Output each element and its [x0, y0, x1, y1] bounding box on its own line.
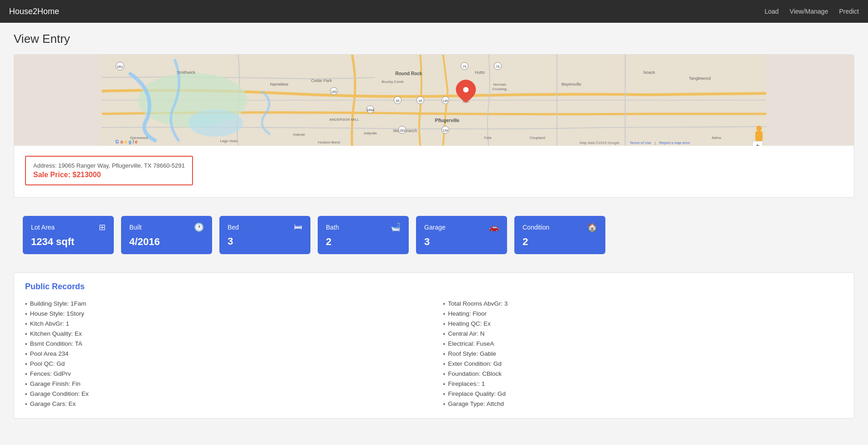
stat-label-built: Built [129, 224, 142, 231]
stat-header-built: Built 🕐 [129, 222, 204, 232]
bullet-icon: • [443, 341, 446, 348]
stat-header-lot-area: Lot Area ⊞ [31, 222, 106, 232]
svg-text:l: l [133, 139, 134, 144]
bullet-icon: • [443, 381, 446, 388]
list-item: •Garage Type: Attchd [443, 399, 843, 409]
bullet-icon: • [443, 371, 446, 378]
svg-text:Crossing: Crossing [492, 87, 507, 91]
main-card: Smithwick Nameless Cedar Park Brushy Cre… [14, 54, 854, 198]
stat-value-bath: 2 [326, 236, 401, 248]
svg-text:Round Rock: Round Rock [396, 71, 422, 76]
map-container[interactable]: Smithwick Nameless Cedar Park Brushy Cre… [14, 55, 854, 146]
address-wrapper: Address: 19065 Ranger Way, Pflugerville,… [14, 146, 854, 197]
list-item: •Garage Cars: Ex [25, 399, 425, 409]
svg-text:Lago Vista: Lago Vista [220, 139, 238, 143]
stat-card-bed: Bed 🛏 3 [219, 216, 310, 254]
list-item: •Exter Condition: Gd [443, 359, 843, 369]
svg-text:Brushy Creek: Brushy Creek [382, 80, 404, 84]
svg-text:G: G [116, 139, 119, 144]
stat-card-bath: Bath 🛁 2 [318, 216, 409, 254]
bullet-icon: • [443, 311, 446, 317]
nav-view-manage[interactable]: View/Manage [790, 8, 828, 15]
list-item: •Pool Area 234 [25, 349, 425, 359]
bullet-icon: • [443, 301, 446, 307]
nav-load[interactable]: Load [765, 8, 779, 15]
list-item: •House Style: 1Story [25, 309, 425, 319]
svg-text:|: | [655, 141, 656, 145]
svg-text:ANDERSON MILL: ANDERSON MILL [330, 118, 360, 122]
bullet-icon: • [25, 341, 27, 348]
list-item: •Fireplaces:: 1 [443, 379, 843, 389]
svg-text:183: 183 [400, 129, 405, 132]
svg-text:130: 130 [443, 129, 448, 132]
stat-value-condition: 2 [523, 236, 597, 248]
brand-logo: House2Home [9, 7, 59, 16]
navbar: House2Home Load View/Manage Predict [0, 0, 868, 23]
svg-text:g: g [129, 139, 132, 144]
built-icon: 🕐 [194, 222, 204, 232]
svg-text:281: 281 [117, 65, 123, 69]
bullet-icon: • [25, 401, 27, 408]
svg-text:75: 75 [463, 65, 467, 68]
records-right-column: •Total Rooms AbvGr: 3 •Heating: Floor •H… [443, 299, 843, 409]
bullet-icon: • [25, 351, 27, 358]
svg-text:Smithwick: Smithwick [177, 70, 196, 75]
svg-text:Noack: Noack [644, 70, 655, 75]
bullet-icon: • [25, 371, 27, 378]
list-item: •Bsmt Condition: TA [25, 339, 425, 349]
address-text: Address: 19065 Ranger Way, Pflugerville,… [33, 162, 185, 169]
svg-text:Report a map error: Report a map error [660, 141, 690, 145]
svg-text:Terms of Use: Terms of Use [630, 141, 652, 145]
list-item: •Pool QC: Gd [25, 359, 425, 369]
svg-text:Volente: Volente [293, 133, 305, 137]
nav-predict[interactable]: Predict [839, 8, 859, 15]
svg-text:79: 79 [496, 65, 500, 68]
list-item: •Electrical: FuseA [443, 339, 843, 349]
stat-header-condition: Condition 🏠 [523, 222, 597, 232]
svg-point-48 [756, 126, 762, 131]
svg-text:Map data ©2019 Google: Map data ©2019 Google [580, 141, 620, 145]
bullet-icon: • [443, 401, 446, 408]
bullet-icon: • [25, 331, 27, 338]
bullet-icon: • [25, 391, 27, 398]
list-item: •Fireplace Quality: Gd [443, 389, 843, 399]
bullet-icon: • [443, 351, 446, 358]
stat-card-condition: Condition 🏠 2 [514, 216, 605, 254]
list-item: •Kitchen Quality: Ex [25, 329, 425, 339]
bed-icon: 🛏 [294, 222, 302, 232]
bullet-icon: • [25, 301, 27, 307]
list-item: •Total Rooms AbvGr: 3 [443, 299, 843, 309]
bullet-icon: • [25, 381, 27, 388]
public-records-card: Public Records •Building Style: 1Fam •Ho… [14, 272, 854, 419]
stat-label-bed: Bed [228, 224, 239, 231]
stat-header-bed: Bed 🛏 [228, 222, 302, 232]
list-item: •Central Air: N [443, 329, 843, 339]
svg-rect-47 [756, 131, 763, 141]
bullet-icon: • [443, 391, 446, 398]
svg-text:e: e [135, 139, 138, 144]
svg-text:45: 45 [419, 99, 422, 102]
svg-text:Cedar Park: Cedar Park [311, 78, 332, 83]
page-content: View Entry [0, 23, 868, 437]
lot-area-icon: ⊞ [99, 222, 106, 232]
svg-text:Beyersville: Beyersville [562, 82, 582, 87]
svg-text:130: 130 [443, 99, 448, 102]
stat-value-built: 4/2016 [129, 236, 204, 248]
bullet-icon: • [443, 321, 446, 327]
list-item: •Roof Style: Gable [443, 349, 843, 359]
list-item: •Heating: Floor [443, 309, 843, 319]
address-info-box: Address: 19065 Ranger Way, Pflugerville,… [25, 156, 193, 185]
records-grid: •Building Style: 1Fam •House Style: 1Sto… [25, 299, 843, 409]
page-title: View Entry [14, 32, 854, 46]
stat-label-garage: Garage [424, 224, 446, 231]
svg-text:Tanglewood: Tanglewood [689, 76, 711, 81]
bullet-icon: • [443, 331, 446, 338]
list-item: •Fences: GdPrv [25, 369, 425, 379]
svg-text:Norman: Norman [493, 82, 506, 87]
stat-card-garage: Garage 🚗 3 [416, 216, 507, 254]
stats-row: Lot Area ⊞ 1234 sqft Built 🕐 4/2016 Bed … [14, 207, 854, 263]
svg-text:o: o [125, 139, 127, 144]
nav-links: Load View/Manage Predict [765, 8, 859, 15]
records-left-column: •Building Style: 1Fam •House Style: 1Sto… [25, 299, 425, 409]
public-records-title: Public Records [25, 282, 843, 292]
